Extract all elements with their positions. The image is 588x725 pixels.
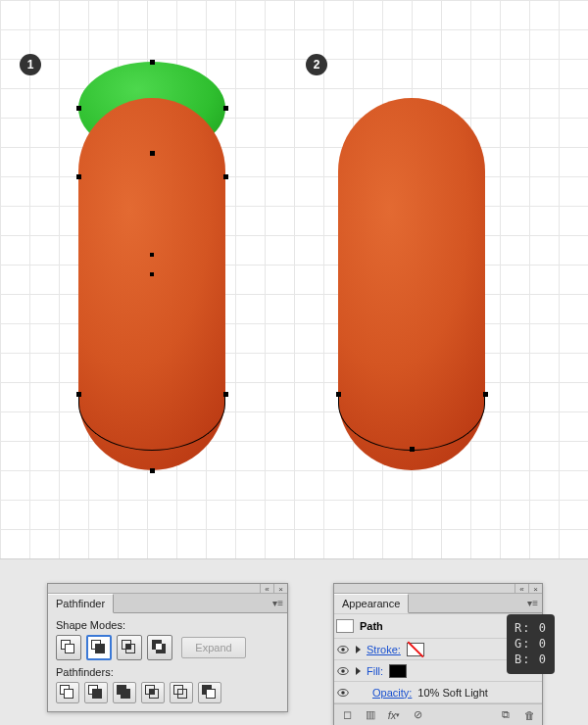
pathfinder-minus-back[interactable]	[198, 682, 221, 703]
panel-menu-icon[interactable]: ▾≡	[272, 598, 283, 608]
panel-titlebar[interactable]: « ×	[334, 584, 542, 594]
step-badge-1: 1	[20, 54, 41, 75]
add-effect-icon[interactable]: fx▾	[385, 707, 403, 723]
panel-menu-icon[interactable]: ▾≡	[527, 598, 538, 608]
svg-point-3	[341, 669, 345, 673]
pathfinder-merge[interactable]	[113, 682, 136, 703]
anchor-point[interactable]	[336, 392, 341, 397]
clear-icon[interactable]: ⊘	[409, 707, 426, 723]
anchor-point[interactable]	[76, 174, 81, 179]
collapse-icon[interactable]: «	[260, 584, 273, 594]
shape-mode-exclude[interactable]	[147, 635, 172, 660]
expand-button[interactable]: Expand	[181, 637, 246, 658]
shape-mode-intersect[interactable]	[117, 635, 142, 660]
fill-swatch-black[interactable]	[389, 664, 407, 678]
anchor-point[interactable]	[483, 392, 488, 397]
center-point	[150, 253, 154, 257]
anchor-point[interactable]	[150, 60, 155, 65]
anchor-point[interactable]	[150, 151, 155, 156]
pathfinder-divide[interactable]	[56, 682, 79, 703]
disclosure-icon[interactable]	[356, 667, 361, 675]
pathfinder-panel[interactable]: « × Pathfinder ▾≡ Shape Modes: Expand Pa…	[47, 583, 288, 712]
rgb-readout: R: 0 G: 0 B: 0	[507, 614, 555, 674]
rgb-g: G: 0	[514, 636, 547, 652]
opacity-row[interactable]: Opacity: 10% Soft Light	[334, 682, 542, 703]
rgb-r: R: 0	[514, 620, 547, 636]
panel-titlebar[interactable]: « ×	[48, 584, 287, 594]
pathfinder-trim[interactable]	[84, 682, 108, 703]
shape-mode-unite[interactable]	[56, 635, 81, 660]
anchor-point[interactable]	[410, 447, 415, 452]
disclosure-icon[interactable]	[356, 646, 361, 653]
anchor-point[interactable]	[223, 174, 228, 179]
shape-mode-minus-front[interactable]	[86, 635, 112, 660]
center-point	[150, 272, 154, 276]
artboard-grid: 1 2	[0, 0, 588, 558]
svg-point-1	[341, 648, 345, 652]
panel-tabs: Pathfinder ▾≡	[48, 594, 287, 613]
anchor-point[interactable]	[76, 106, 81, 111]
tab-pathfinder[interactable]: Pathfinder	[48, 594, 114, 613]
object-thumbnail	[336, 619, 354, 633]
rgb-b: B: 0	[514, 652, 547, 667]
pathfinder-body: Shape Modes: Expand Pathfinders:	[48, 613, 287, 711]
close-icon[interactable]: ×	[528, 584, 542, 594]
svg-point-5	[341, 691, 345, 695]
visibility-toggle[interactable]	[336, 664, 350, 678]
appearance-footer: ◻ ▥ fx▾ ⊘ ⧉ 🗑	[334, 703, 542, 725]
visibility-toggle[interactable]	[336, 643, 350, 656]
fill-label[interactable]: Fill:	[367, 665, 383, 677]
pathfinder-outline[interactable]	[170, 682, 193, 703]
pathfinder-crop[interactable]	[141, 682, 165, 703]
anchor-point[interactable]	[223, 106, 228, 111]
collapse-icon[interactable]: «	[514, 584, 528, 594]
panel-tabs: Appearance ▾≡	[334, 594, 542, 613]
layers-icon[interactable]: ▥	[362, 707, 379, 723]
stroke-label[interactable]: Stroke:	[367, 644, 401, 655]
duplicate-icon[interactable]: ⧉	[497, 707, 514, 723]
new-art-basic-icon[interactable]: ◻	[338, 707, 356, 723]
opacity-label[interactable]: Opacity:	[372, 687, 412, 699]
close-icon[interactable]: ×	[273, 584, 287, 594]
object-name: Path	[360, 620, 383, 632]
anchor-point[interactable]	[150, 468, 155, 473]
visibility-toggle[interactable]	[336, 686, 350, 700]
stroke-swatch-none[interactable]	[407, 643, 424, 656]
trash-icon[interactable]: 🗑	[520, 707, 538, 723]
pathfinders-label: Pathfinders:	[56, 666, 279, 678]
shape-modes-label: Shape Modes:	[56, 619, 279, 631]
opacity-value: 10% Soft Light	[417, 687, 488, 699]
tab-appearance[interactable]: Appearance	[334, 594, 409, 613]
step-badge-2: 2	[306, 54, 327, 75]
